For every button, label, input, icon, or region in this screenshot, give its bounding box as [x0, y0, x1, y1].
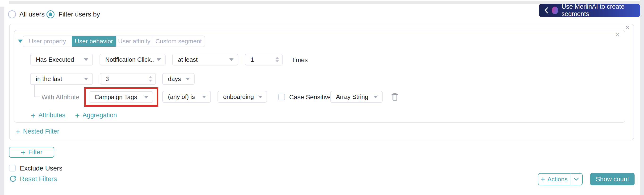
tab-user-behavior[interactable]: User behavior — [72, 36, 116, 47]
close-filter-group-icon[interactable]: × — [625, 23, 630, 31]
show-count-button[interactable]: Show count — [590, 173, 634, 185]
number-stepper[interactable] — [149, 76, 152, 82]
close-filter-condition-icon[interactable]: × — [615, 31, 620, 38]
time-unit-select[interactable]: days — [162, 73, 194, 85]
case-sensitive-label: Case Sensitive — [289, 94, 332, 101]
filter-type-tabs: User property User behavior User affinit… — [23, 35, 205, 47]
plus-icon: + — [16, 128, 20, 135]
trash-icon — [391, 92, 399, 102]
actions-dropdown-toggle[interactable] — [570, 174, 582, 185]
chevron-down-icon — [144, 96, 148, 98]
attribute-type-value: Array String — [336, 93, 368, 101]
time-window-value: in the last — [36, 75, 62, 83]
actions-label: Actions — [548, 176, 568, 183]
count-input[interactable]: 1 — [245, 54, 282, 65]
add-nested-filter-label: Nested Filter — [23, 128, 59, 135]
attribute-type-select[interactable]: Array String — [330, 91, 383, 103]
chevron-down-icon — [186, 78, 190, 80]
connector-line — [34, 85, 35, 97]
add-filter-label: Filter — [28, 149, 42, 156]
collapse-caret-icon[interactable] — [18, 39, 23, 43]
time-value: 3 — [106, 75, 109, 83]
plus-icon: + — [541, 175, 545, 184]
tab-user-property[interactable]: User property — [23, 36, 72, 47]
plus-icon: + — [31, 112, 36, 119]
delete-attribute-button[interactable] — [391, 92, 399, 102]
case-sensitive-checkbox[interactable] — [278, 94, 285, 100]
previous-panel-edge — [0, 0, 640, 1]
segment-builder-screen: All users Filter users by Use MerlinAI t… — [0, 0, 644, 195]
chevron-down-icon — [229, 58, 234, 61]
actions-split-button: + Actions — [538, 173, 583, 185]
time-value-input[interactable]: 3 — [100, 73, 156, 85]
add-aggregation-link[interactable]: + Aggregation — [75, 112, 117, 119]
event-name-select[interactable]: Notification Click... — [100, 54, 166, 65]
attribute-value-text: onboarding — [223, 93, 254, 101]
chevron-down-icon — [202, 96, 206, 98]
chevron-down-icon — [374, 96, 378, 98]
merlinai-label: Use MerlinAI to create segments — [562, 3, 640, 18]
chevron-down-icon — [157, 58, 161, 61]
add-attributes-link[interactable]: + Attributes — [31, 112, 65, 119]
comparator-select[interactable]: at least — [172, 54, 238, 65]
count-value: 1 — [250, 56, 254, 63]
reset-filters-link[interactable] — [10, 175, 16, 182]
radio-selected-dot — [48, 12, 52, 16]
all-users-label[interactable]: All users — [19, 10, 44, 18]
chevron-down-icon — [84, 78, 88, 80]
filter-users-by-label[interactable]: Filter users by — [58, 10, 100, 18]
event-condition-value: Has Executed — [36, 56, 74, 63]
attribute-select[interactable]: Campaign Tags — [89, 91, 153, 103]
connector-line — [34, 97, 40, 97]
number-stepper[interactable] — [276, 57, 279, 62]
chevron-down-icon — [574, 178, 579, 181]
operator-select[interactable]: (any of) is — [162, 91, 211, 103]
time-unit-value: days — [168, 75, 181, 83]
add-aggregation-label: Aggregation — [82, 112, 117, 119]
time-window-select[interactable]: in the last — [30, 73, 93, 85]
plus-icon: + — [21, 149, 26, 156]
tab-user-affinity[interactable]: User affinity — [116, 36, 152, 47]
reset-filters-label[interactable]: Reset Filters — [20, 175, 57, 183]
filter-users-by-radio[interactable] — [46, 10, 54, 18]
with-attribute-label: With Attribute — [42, 94, 80, 101]
all-users-radio[interactable] — [8, 10, 16, 18]
actions-button[interactable]: + Actions — [538, 174, 570, 185]
add-filter-button[interactable]: + Filter — [9, 147, 54, 158]
tab-custom-segment[interactable]: Custom segment — [152, 36, 205, 47]
exclude-users-label: Exclude Users — [20, 164, 62, 172]
exclude-users-checkbox[interactable] — [9, 165, 16, 172]
event-name-value: Notification Click... — [105, 56, 154, 63]
count-suffix-label: times — [292, 56, 308, 64]
chevron-down-icon — [84, 58, 88, 61]
chevron-down-icon — [258, 96, 262, 98]
chevron-left-icon[interactable] — [544, 7, 548, 14]
operator-value: (any of) is — [168, 93, 195, 101]
add-attributes-label: Attributes — [38, 112, 65, 119]
refresh-icon — [10, 175, 16, 182]
add-nested-filter-link[interactable]: + Nested Filter — [16, 128, 59, 135]
attribute-value-select[interactable]: onboarding — [218, 91, 267, 103]
attribute-value: Campaign Tags — [94, 93, 137, 101]
plus-icon: + — [75, 112, 80, 119]
comparator-value: at least — [178, 56, 198, 63]
use-merlinai-button[interactable]: Use MerlinAI to create segments — [539, 4, 640, 17]
event-condition-select[interactable]: Has Executed — [30, 54, 93, 65]
merlinai-logo-icon — [552, 6, 558, 14]
